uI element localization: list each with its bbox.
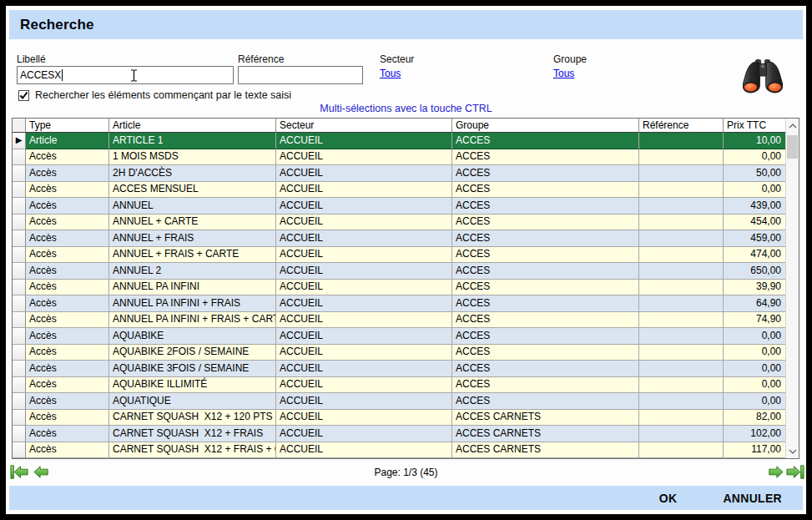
- cell-article: ANNUEL PA INFINI + FRAIS: [109, 295, 276, 312]
- table-row[interactable]: AccèsANNUEL 2ACCUEILACCES650,00: [13, 263, 785, 280]
- cell-type: Accès: [26, 263, 109, 280]
- table-row[interactable]: AccèsANNUEL PA INFINIACCUEILACCES39,90: [13, 280, 785, 296]
- table-row[interactable]: AccèsCARNET SQUASH X12 + FRAISACCUEILACC…: [13, 426, 785, 442]
- page-indicator: Page: 1/3 (45): [6, 467, 806, 478]
- libelle-label: Libellé: [17, 53, 46, 65]
- cell-secteur: ACCUEIL: [276, 263, 452, 280]
- cell-article: CARNET SQUASH X12 + 120 PTS: [109, 410, 276, 427]
- ok-button[interactable]: OK: [659, 492, 678, 505]
- cell-groupe: ACCES: [452, 361, 639, 377]
- table-body: ▶ArticleARTICLE 1ACCUEILACCES10,00Accès1…: [13, 133, 785, 458]
- row-selector[interactable]: [13, 328, 26, 345]
- cell-secteur: ACCUEIL: [276, 410, 452, 427]
- cell-prix: 0,00: [724, 328, 785, 345]
- row-selector[interactable]: [13, 165, 26, 182]
- cell-groupe: ACCES: [452, 295, 639, 312]
- vertical-scrollbar[interactable]: [785, 119, 799, 458]
- secteur-tous-link[interactable]: Tous: [380, 68, 401, 79]
- footer-bar: OK ANNULER: [9, 486, 803, 510]
- cell-type: Article: [26, 133, 109, 149]
- next-page-button[interactable]: [765, 463, 784, 481]
- scrollbar-thumb[interactable]: [787, 135, 798, 159]
- cell-prix: 10,00: [724, 133, 785, 149]
- row-selector[interactable]: [13, 230, 26, 247]
- header-secteur[interactable]: Secteur: [276, 119, 452, 133]
- scroll-up-button[interactable]: [786, 119, 799, 133]
- row-selector[interactable]: [13, 345, 26, 361]
- row-selector[interactable]: [13, 263, 26, 280]
- text-caret: [62, 69, 63, 81]
- table-row[interactable]: AccèsANNUEL + FRAISACCUEILACCES459,00: [13, 230, 785, 247]
- cell-prix: 39,90: [724, 280, 785, 296]
- current-row-marker-icon: ▶: [16, 136, 23, 144]
- binoculars-search-button[interactable]: [739, 54, 787, 98]
- table-row[interactable]: AccèsANNUEL + FRAIS + CARTEACCUEILACCES4…: [13, 247, 785, 264]
- cell-prix: 82,00: [724, 410, 785, 427]
- cell-type: Accès: [26, 198, 109, 215]
- row-selector[interactable]: [13, 410, 26, 427]
- cell-secteur: ACCUEIL: [276, 295, 452, 312]
- table-row[interactable]: AccèsANNUELACCUEILACCES439,00: [13, 198, 785, 215]
- row-selector[interactable]: [13, 149, 26, 166]
- row-selector[interactable]: [13, 361, 26, 377]
- groupe-tous-link[interactable]: Tous: [553, 68, 574, 79]
- row-selector[interactable]: [13, 182, 26, 199]
- scroll-down-button[interactable]: [786, 444, 799, 458]
- row-selector[interactable]: [13, 198, 26, 215]
- row-selector[interactable]: [13, 442, 26, 459]
- cell-groupe: ACCES: [452, 247, 639, 264]
- table-row[interactable]: AccèsAQUABIKE 2FOIS / SEMAINEACCUEILACCE…: [13, 345, 785, 361]
- cell-secteur: ACCUEIL: [276, 198, 452, 215]
- table-row[interactable]: Accès1 MOIS MSDSACCUEILACCES0,00: [13, 149, 785, 166]
- header-article[interactable]: Article: [109, 119, 276, 133]
- row-selector[interactable]: [13, 377, 26, 394]
- header-prix[interactable]: Prix TTC: [724, 119, 785, 133]
- reference-input[interactable]: [238, 66, 363, 84]
- last-page-icon: [785, 463, 804, 481]
- table-row[interactable]: AccèsACCES MENSUELACCUEILACCES0,00: [13, 182, 785, 199]
- cell-groupe: ACCES: [452, 182, 639, 199]
- row-selector[interactable]: [13, 215, 26, 231]
- row-selector[interactable]: [13, 393, 26, 410]
- last-page-button[interactable]: [785, 463, 804, 481]
- row-selector[interactable]: [13, 247, 26, 264]
- table-row[interactable]: AccèsCARNET SQUASH X12 + 120 PTSACCUEILA…: [13, 410, 785, 427]
- header-reference[interactable]: Référence: [639, 119, 724, 133]
- starts-with-checkbox[interactable]: [18, 90, 29, 101]
- table-row[interactable]: ▶ArticleARTICLE 1ACCUEILACCES10,00: [13, 133, 785, 149]
- multiselect-hint: Multi-sélections avec la touche CTRL: [6, 103, 806, 114]
- cell-reference: [639, 442, 724, 459]
- results-grid: Type Article Secteur Groupe Référence Pr…: [13, 119, 785, 458]
- cell-type: Accès: [26, 345, 109, 361]
- row-selector[interactable]: ▶: [13, 133, 26, 149]
- table-row[interactable]: AccèsAQUATIQUEACCUEILACCES0,00: [13, 393, 785, 410]
- table-row[interactable]: AccèsAQUABIKE 3FOIS / SEMAINEACCUEILACCE…: [13, 361, 785, 377]
- cell-reference: [639, 361, 724, 377]
- libelle-input[interactable]: ACCESX: [17, 66, 234, 84]
- cell-reference: [639, 280, 724, 296]
- cancel-button[interactable]: ANNULER: [723, 492, 782, 505]
- row-selector[interactable]: [13, 312, 26, 329]
- row-selector[interactable]: [13, 280, 26, 296]
- table-row[interactable]: AccèsANNUEL PA INFINI + FRAIS + CARTEACC…: [13, 312, 785, 329]
- cell-type: Accès: [26, 328, 109, 345]
- header-type[interactable]: Type: [26, 119, 109, 133]
- cell-article: ANNUEL + CARTE: [109, 215, 276, 231]
- table-row[interactable]: AccèsANNUEL PA INFINI + FRAISACCUEILACCE…: [13, 295, 785, 312]
- row-selector[interactable]: [13, 295, 26, 312]
- header-groupe[interactable]: Groupe: [452, 119, 639, 133]
- groupe-label: Groupe: [553, 53, 587, 65]
- table-row[interactable]: Accès2H D'ACCÈSACCUEILACCES50,00: [13, 165, 785, 182]
- row-selector[interactable]: [13, 426, 26, 442]
- table-row[interactable]: AccèsAQUABIKE ILLIMITÉACCUEILACCES0,00: [13, 377, 785, 394]
- table-row[interactable]: AccèsCARNET SQUASH X12 + FRAIS + CARTEAC…: [13, 442, 785, 459]
- cell-article: AQUATIQUE: [109, 393, 276, 410]
- cell-article: ANNUEL: [109, 198, 276, 215]
- scrollbar-track[interactable]: [786, 133, 799, 444]
- cell-prix: 439,00: [724, 198, 785, 215]
- table-row[interactable]: AccèsAQUABIKEACCUEILACCES0,00: [13, 328, 785, 345]
- cell-prix: 454,00: [724, 215, 785, 231]
- table-row[interactable]: AccèsANNUEL + CARTEACCUEILACCES454,00: [13, 215, 785, 231]
- starts-with-checkbox-row: Rechercher les éléments commençant par l…: [18, 89, 291, 101]
- page-title: Recherche: [20, 17, 94, 33]
